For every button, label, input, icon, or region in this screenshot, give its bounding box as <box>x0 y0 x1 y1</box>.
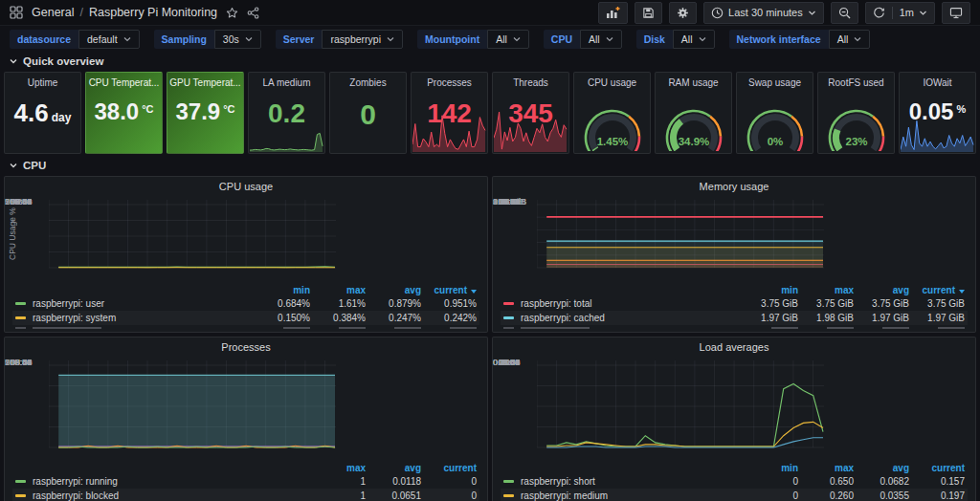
add-panel-button[interactable] <box>598 2 628 24</box>
legend-series-label[interactable]: raspberrypi: system <box>33 313 116 323</box>
legend-header-min[interactable]: min <box>255 285 310 295</box>
panel-title[interactable]: IOWait <box>900 73 975 90</box>
variable-value-dropdown[interactable]: 30s <box>214 30 261 49</box>
variables-bar: datasourcedefaultSampling30sServerraspbe… <box>0 26 980 52</box>
legend-header-max[interactable]: max <box>310 463 366 473</box>
variable-disk: DiskAll <box>636 30 715 49</box>
chevron-down-icon <box>245 36 253 42</box>
panel-title[interactable]: LA medium <box>249 73 324 90</box>
section-quick-overview[interactable]: Quick overview <box>0 54 980 69</box>
legend-value: 0.247% <box>366 313 421 323</box>
legend-value: 0.150% <box>255 313 310 323</box>
threads-value: 345 <box>493 100 568 127</box>
section-cpu[interactable]: CPU <box>0 158 980 173</box>
panel-gpu-temperature: GPU Temperat... 37.9°C <box>167 72 244 154</box>
legend-header-max[interactable]: max <box>310 285 366 295</box>
svg-text:34.9%: 34.9% <box>678 136 709 147</box>
panel-title[interactable]: CPU usage <box>574 73 650 90</box>
x-axis-tick: 09:04 <box>5 358 37 367</box>
divider <box>892 7 893 19</box>
legend-row: raspberrypi: running10.01180 <box>12 474 479 489</box>
panel-title[interactable]: RootFS used <box>818 73 894 90</box>
cpu-temperature-value: 38.0°C <box>86 100 162 123</box>
processes-plot[interactable] <box>49 360 336 448</box>
variable-value-dropdown[interactable]: All <box>580 30 622 49</box>
legend-row: raspberrypi: system0.150%0.384%0.247%0.2… <box>12 311 479 325</box>
uptime-value: 4.6day <box>5 100 80 125</box>
variable-label: datasource <box>10 30 78 49</box>
variable-value-dropdown[interactable]: raspberrypi <box>322 30 403 49</box>
chevron-down-icon <box>854 36 861 42</box>
legend-value: 0.0118 <box>366 476 421 487</box>
panel-title[interactable]: CPU Temperat... <box>86 73 162 90</box>
legend-value: 3.75 GiB <box>854 298 909 309</box>
panel-title[interactable]: Zombies <box>330 73 406 90</box>
legend-header-max[interactable]: max <box>798 463 854 473</box>
share-icon[interactable] <box>247 7 259 19</box>
panel-threads-stat: Threads 345 <box>492 72 569 154</box>
memory-usage-plot[interactable] <box>537 200 824 269</box>
legend-series-label[interactable]: raspberrypi: blocked <box>33 490 119 501</box>
panel-cpu-usage-chart: CPU usage CPU Usage % minmaxavgcurrentra… <box>4 176 488 333</box>
legend-header-avg[interactable]: avg <box>366 463 421 473</box>
load-averages-legend: minmaxavgcurrentraspberrypi: short00.650… <box>501 462 968 501</box>
save-dashboard-button[interactable] <box>635 2 662 24</box>
add-panel-icon <box>606 6 620 19</box>
variable-value-dropdown[interactable]: All <box>487 30 529 49</box>
legend-series-label[interactable]: raspberrypi: total <box>521 298 591 309</box>
kiosk-mode-button[interactable] <box>942 2 970 24</box>
time-range-picker[interactable]: Last 30 minutes <box>703 2 824 24</box>
legend-row: raspberrypi: short00.6500.06820.157 <box>501 474 968 489</box>
panel-ram-usage-gauge: RAM usage 34.9% <box>655 72 732 154</box>
breadcrumb-separator: / <box>79 6 82 19</box>
legend-series-label[interactable]: raspberrypi: running <box>33 476 118 487</box>
panel-title[interactable]: RAM usage <box>656 73 731 90</box>
legend-row-clipped <box>12 325 479 330</box>
panel-processes-chart: Processes maxavgcurrentraspberrypi: runn… <box>4 337 488 501</box>
chevron-down-icon <box>123 36 131 42</box>
panel-title[interactable]: Processes <box>412 73 487 90</box>
legend-series-label[interactable]: raspberrypi: user <box>33 298 104 309</box>
legend-header-min[interactable]: min <box>743 285 798 295</box>
y-axis-label: CPU Usage % <box>7 200 17 269</box>
panel-title[interactable]: Threads <box>493 73 568 90</box>
legend-series-label[interactable]: raspberrypi: medium <box>521 490 608 501</box>
refresh-button-group[interactable]: 1m <box>865 2 935 24</box>
panel-title[interactable]: Processes <box>5 338 487 358</box>
legend-value: 0.242% <box>421 313 477 323</box>
legend-header-min[interactable]: min <box>743 463 798 473</box>
panel-title[interactable]: GPU Temperat... <box>167 73 243 90</box>
legend-header-avg[interactable]: avg <box>854 463 909 473</box>
cpu-usage-legend: minmaxavgcurrentraspberrypi: user0.684%1… <box>12 284 479 330</box>
legend-series-label[interactable]: raspberrypi: cached <box>521 313 605 323</box>
star-icon[interactable] <box>226 7 238 19</box>
legend-header-current[interactable]: current <box>421 463 477 473</box>
panel-title[interactable]: Uptime <box>5 73 80 90</box>
apps-icon[interactable] <box>10 6 23 19</box>
legend-value: 0.879% <box>366 298 421 309</box>
dashboard-settings-button[interactable] <box>669 2 697 24</box>
legend-header-avg[interactable]: avg <box>854 285 909 295</box>
panel-title[interactable]: Load averages <box>493 338 975 358</box>
variable-cpu: CPUAll <box>544 30 622 49</box>
panel-title[interactable]: Memory usage <box>493 177 975 197</box>
panel-title[interactable]: Swap usage <box>737 73 813 90</box>
variable-value-dropdown[interactable]: All <box>673 30 715 49</box>
panel-memory-usage-chart: Memory usage minmaxavgcurrentraspberrypi… <box>492 176 976 333</box>
legend-header-current[interactable]: current <box>909 463 965 473</box>
legend-value: 0 <box>743 476 798 487</box>
variable-label: Mountpoint <box>417 30 487 49</box>
legend-header-max[interactable]: max <box>798 285 854 295</box>
panel-title[interactable]: CPU usage <box>5 177 487 197</box>
breadcrumb[interactable]: General / Raspberry Pi Monitoring <box>32 6 217 19</box>
variable-value-dropdown[interactable]: All <box>829 30 871 49</box>
zoom-out-time-button[interactable] <box>831 2 858 24</box>
legend-series-label[interactable]: raspberrypi: short <box>521 476 595 487</box>
legend-header-current[interactable]: current <box>909 285 965 295</box>
breadcrumb-folder[interactable]: General <box>32 6 74 19</box>
legend-header-current[interactable]: current <box>421 285 477 295</box>
cpu-usage-plot[interactable] <box>49 200 336 269</box>
legend-header-avg[interactable]: avg <box>366 285 421 295</box>
variable-value-dropdown[interactable]: default <box>78 30 140 49</box>
load-averages-plot[interactable] <box>537 360 824 448</box>
